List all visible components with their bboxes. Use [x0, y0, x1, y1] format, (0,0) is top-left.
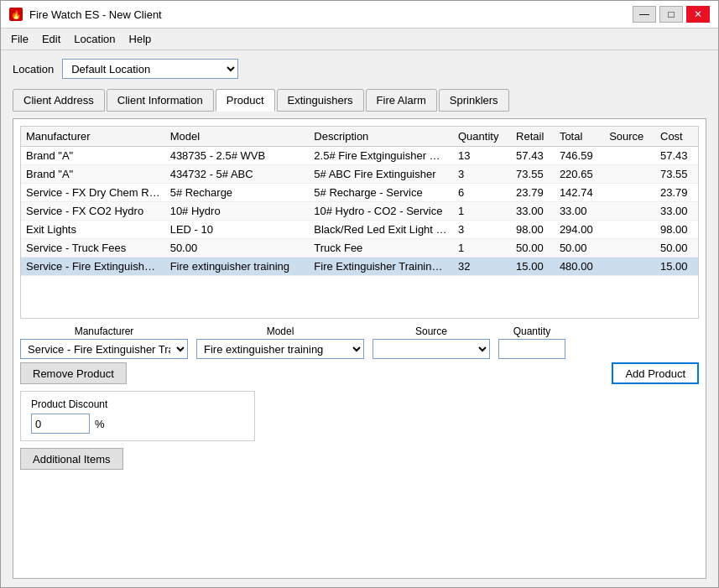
table-cell: 142.74: [555, 184, 604, 202]
product-form: Manufacturer Service - Fire Extinguisher…: [20, 325, 699, 359]
add-product-button[interactable]: Add Product: [612, 362, 699, 384]
action-buttons-row: Remove Product Add Product: [20, 362, 699, 384]
window-title: Fire Watch ES - New Client: [29, 8, 162, 21]
menu-edit[interactable]: Edit: [35, 30, 67, 48]
discount-row: %: [31, 414, 244, 434]
manufacturer-group: Manufacturer Service - Fire Extinguisher…: [20, 325, 188, 359]
table-cell: 33.00: [511, 202, 555, 221]
table-row[interactable]: Service - Truck Fees50.00Truck Fee150.00…: [21, 239, 698, 258]
table-cell: 33.00: [655, 202, 698, 221]
discount-section: Product Discount %: [20, 391, 255, 441]
col-cost: Cost: [655, 127, 698, 147]
close-button[interactable]: ✕: [686, 6, 710, 23]
title-bar: 🔥 Fire Watch ES - New Client — □ ✕: [1, 1, 718, 29]
table-cell: Service - Fire Extinguisher ...: [21, 258, 165, 276]
form-labels-row: Manufacturer Service - Fire Extinguisher…: [20, 325, 699, 359]
table-row[interactable]: Service - Fire Extinguisher ...Fire exti…: [21, 258, 698, 276]
product-table: Manufacturer Model Description Quantity …: [21, 127, 698, 276]
table-cell: 294.00: [555, 221, 604, 239]
additional-items-row: Additional Items: [20, 448, 699, 470]
main-window: 🔥 Fire Watch ES - New Client — □ ✕ File …: [0, 0, 719, 588]
tab-fire-alarm[interactable]: Fire Alarm: [366, 89, 437, 112]
quantity-input[interactable]: [498, 339, 565, 359]
col-description: Description: [309, 127, 453, 147]
col-manufacturer: Manufacturer: [21, 127, 165, 147]
minimize-button[interactable]: —: [633, 6, 656, 23]
location-row: Location Default Location: [13, 59, 706, 79]
tab-product[interactable]: Product: [216, 89, 275, 112]
source-group: Source: [373, 325, 490, 359]
remove-product-button[interactable]: Remove Product: [20, 362, 127, 384]
table-cell: 438735 - 2.5# WVB: [165, 147, 310, 165]
table-cell: 15.00: [655, 258, 698, 276]
table-row[interactable]: Brand "A"438735 - 2.5# WVB2.5# Fire Extg…: [21, 147, 698, 165]
table-cell: 5# ABC Fire Extinguisher: [309, 165, 453, 184]
table-cell: 23.79: [511, 184, 555, 202]
model-label: Model: [196, 325, 364, 337]
table-cell: [604, 147, 655, 165]
table-row[interactable]: Service - FX CO2 Hydro10# Hydro10# Hydro…: [21, 202, 698, 221]
table-cell: LED - 10: [165, 221, 310, 239]
discount-input[interactable]: [31, 414, 90, 434]
table-cell: [604, 221, 655, 239]
table-cell: Exit Lights: [21, 221, 165, 239]
source-select[interactable]: [373, 339, 490, 359]
table-cell: 23.79: [655, 184, 698, 202]
table-cell: 10# Hydro - CO2 - Service: [309, 202, 453, 221]
product-table-container: Manufacturer Model Description Quantity …: [20, 126, 699, 319]
manufacturer-label: Manufacturer: [20, 325, 188, 337]
table-cell: 480.00: [555, 258, 604, 276]
table-cell: Black/Red Led Exit Light C...: [309, 221, 453, 239]
table-cell: 3: [453, 165, 511, 184]
tab-client-information[interactable]: Client Information: [107, 89, 214, 112]
discount-label: Product Discount: [31, 398, 244, 410]
table-cell: Brand "A": [21, 165, 165, 184]
table-cell: 32: [453, 258, 511, 276]
table-cell: 1: [453, 202, 511, 221]
table-cell: 98.00: [511, 221, 555, 239]
title-bar-left: 🔥 Fire Watch ES - New Client: [9, 8, 162, 21]
table-cell: 98.00: [655, 221, 698, 239]
tab-sprinklers[interactable]: Sprinklers: [439, 89, 509, 112]
tab-bar: Client Address Client Information Produc…: [13, 89, 706, 112]
table-cell: 15.00: [511, 258, 555, 276]
table-cell: 50.00: [555, 239, 604, 258]
table-cell: Service - Truck Fees: [21, 239, 165, 258]
additional-items-button[interactable]: Additional Items: [20, 448, 123, 470]
table-row[interactable]: Exit LightsLED - 10Black/Red Led Exit Li…: [21, 221, 698, 239]
quantity-group: Quantity: [498, 325, 565, 359]
table-row[interactable]: Service - FX Dry Chem Rec...5# Recharge5…: [21, 184, 698, 202]
table-cell: [604, 202, 655, 221]
source-label: Source: [373, 325, 490, 337]
menu-bar: File Edit Location Help: [1, 29, 718, 50]
title-controls: — □ ✕: [633, 6, 710, 23]
col-total: Total: [555, 127, 604, 147]
table-cell: 73.55: [655, 165, 698, 184]
table-cell: 1: [453, 239, 511, 258]
table-cell: 2.5# Fire Extginguisher W...: [309, 147, 453, 165]
maximize-button[interactable]: □: [659, 6, 683, 23]
table-cell: 746.59: [555, 147, 604, 165]
table-cell: Fire extinguisher training: [165, 258, 310, 276]
table-row[interactable]: Brand "A"434732 - 5# ABC5# ABC Fire Exti…: [21, 165, 698, 184]
tab-extinguishers[interactable]: Extinguishers: [277, 89, 364, 112]
col-model: Model: [165, 127, 310, 147]
table-cell: [604, 239, 655, 258]
model-select[interactable]: Fire extinguisher training: [196, 339, 364, 359]
table-cell: 50.00: [655, 239, 698, 258]
table-cell: 50.00: [165, 239, 310, 258]
location-select[interactable]: Default Location: [62, 59, 238, 79]
table-cell: 57.43: [511, 147, 555, 165]
col-source: Source: [604, 127, 655, 147]
table-cell: 3: [453, 221, 511, 239]
col-retail: Retail: [511, 127, 555, 147]
tab-client-address[interactable]: Client Address: [13, 89, 105, 112]
table-cell: 10# Hydro: [165, 202, 310, 221]
location-label: Location: [13, 63, 54, 75]
manufacturer-select[interactable]: Service - Fire Extinguisher Training: [20, 339, 188, 359]
menu-help[interactable]: Help: [122, 30, 159, 48]
menu-location[interactable]: Location: [67, 30, 122, 48]
table-cell: 33.00: [555, 202, 604, 221]
table-cell: 57.43: [655, 147, 698, 165]
menu-file[interactable]: File: [4, 30, 35, 48]
